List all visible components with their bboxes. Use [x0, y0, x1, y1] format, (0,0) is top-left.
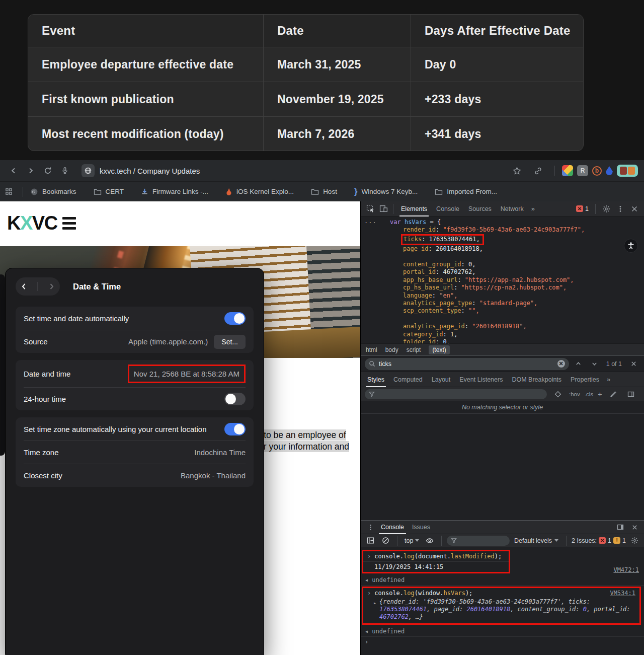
- console-command: › console.log(document.lastModified);: [363, 551, 509, 562]
- tab-sources[interactable]: Sources: [464, 201, 496, 216]
- hour24-toggle[interactable]: [224, 393, 246, 405]
- tab-layout[interactable]: Layout: [427, 372, 455, 387]
- microphone-icon[interactable]: [57, 163, 72, 178]
- search-icon: [369, 360, 375, 367]
- forward-button[interactable]: [23, 163, 38, 178]
- tab-styles[interactable]: Styles: [363, 372, 389, 387]
- set-source-button[interactable]: Set...: [214, 335, 246, 349]
- find-input[interactable]: ticks ✕: [365, 358, 569, 370]
- table-cell: November 19, 2025: [264, 82, 411, 117]
- tab-console[interactable]: Console: [432, 201, 464, 216]
- bookmark-star-icon[interactable]: [509, 163, 524, 178]
- filter-funnel-icon: [369, 391, 375, 397]
- reload-button[interactable]: [40, 163, 55, 178]
- styles-filter-input[interactable]: [365, 389, 547, 399]
- eye-live-expression-icon[interactable]: [423, 534, 436, 547]
- site-globe-icon[interactable]: [82, 164, 95, 177]
- settings-back-button[interactable]: [21, 283, 27, 290]
- drawer-tab-issues[interactable]: Issues: [408, 521, 434, 534]
- browser-profile-avatar[interactable]: [617, 165, 638, 177]
- copy-link-icon[interactable]: [530, 163, 545, 178]
- issues-counter[interactable]: 2 Issues: ✕1 !1: [572, 537, 626, 544]
- console-context-selector[interactable]: top: [403, 537, 421, 544]
- close-drawer-icon[interactable]: [628, 521, 641, 534]
- find-next-icon[interactable]: [588, 357, 601, 371]
- breadcrumb-html[interactable]: html: [366, 346, 377, 353]
- console-prompt[interactable]: ›: [361, 637, 644, 647]
- source-link-vm534[interactable]: VM534:1: [610, 589, 635, 597]
- bookmark-item-cert[interactable]: CERT: [94, 188, 124, 195]
- bookmark-item-host[interactable]: Host: [311, 188, 337, 195]
- avatar: [620, 167, 627, 175]
- palette-extension-icon[interactable]: [562, 165, 573, 176]
- clear-console-icon[interactable]: [379, 534, 392, 547]
- bookmark-item-firmware[interactable]: Firmware Links -...: [141, 188, 208, 195]
- device-toolbar-icon[interactable]: [377, 202, 390, 215]
- tab-properties[interactable]: Properties: [566, 372, 604, 387]
- devtools-panel: Elements Console Sources Network » ✕1: [360, 201, 644, 655]
- settings-forward-button[interactable]: [48, 283, 55, 290]
- toggle-sidebar-icon[interactable]: [624, 388, 637, 401]
- breadcrumb-script[interactable]: script: [407, 346, 421, 353]
- bookmark-label: Windows 7 Keyb...: [362, 188, 418, 195]
- new-style-rule-button[interactable]: +: [598, 390, 602, 398]
- more-style-tabs-icon[interactable]: »: [604, 376, 613, 383]
- clear-search-icon[interactable]: ✕: [557, 360, 565, 368]
- devtools-kebab-menu-icon[interactable]: [614, 202, 627, 215]
- download-icon: [141, 188, 148, 195]
- breadcrumb-text-node[interactable]: (text): [429, 345, 449, 354]
- droplet-extension-icon[interactable]: [606, 166, 613, 175]
- more-tabs-icon[interactable]: »: [528, 205, 538, 212]
- bookmark-item-ios-kernel[interactable]: iOS Kernel Explo...: [225, 188, 294, 196]
- accessibility-shortcut-icon[interactable]: [624, 239, 638, 253]
- drawer-tab-console[interactable]: Console: [377, 521, 408, 534]
- tab-dom-breakpoints[interactable]: DOM Breakpoints: [507, 372, 566, 387]
- console-object-preview[interactable]: ▸ {render_id: 'f9d39f30-5b69-43a6-ae63-2…: [363, 598, 639, 623]
- address-bar[interactable]: kxvc.tech / Company Updates: [100, 167, 200, 175]
- match-count: 1 of 1: [604, 360, 624, 368]
- folder-icon: [311, 188, 319, 195]
- drawer-kebab-menu-icon[interactable]: [364, 521, 377, 534]
- r-extension-icon[interactable]: R: [577, 165, 588, 176]
- expand-triangle-icon[interactable]: ▸: [373, 598, 376, 621]
- kxvc-logo[interactable]: KXVC: [7, 212, 76, 234]
- console-messages[interactable]: › console.log(document.lastModified); 11…: [361, 547, 644, 655]
- inspect-element-icon[interactable]: [364, 202, 377, 215]
- source-link-vm472[interactable]: VM472:1: [613, 566, 639, 573]
- bookmark-label: Host: [323, 188, 337, 195]
- tab-computed[interactable]: Computed: [389, 372, 427, 387]
- node-ellipsis[interactable]: ···: [364, 219, 377, 227]
- hamburger-menu-icon[interactable]: [62, 217, 76, 230]
- breadcrumb-body[interactable]: body: [385, 346, 398, 353]
- b-extension-icon[interactable]: b: [592, 166, 602, 176]
- tab-elements[interactable]: Elements: [396, 201, 432, 216]
- tab-event-listeners[interactable]: Event Listeners: [455, 372, 507, 387]
- elements-source-view[interactable]: ··· var hsVars = { render_id: "f9d39f30-…: [361, 216, 644, 343]
- set-auto-toggle[interactable]: [224, 312, 246, 325]
- toggle-hover-state[interactable]: :hov: [569, 391, 580, 397]
- console-sidebar-icon[interactable]: [364, 534, 377, 547]
- close-find-icon[interactable]: [627, 357, 640, 371]
- devtools-close-icon[interactable]: [628, 202, 641, 215]
- browser-chrome: kxvc.tech / Company Updates R b: [0, 160, 644, 201]
- bookmark-item-imported[interactable]: Imported From...: [435, 188, 497, 195]
- devtools-settings-gear-icon[interactable]: [600, 202, 613, 215]
- element-states-icon[interactable]: [551, 388, 565, 401]
- tz-auto-toggle[interactable]: [224, 423, 246, 435]
- error-count-badge[interactable]: ✕1: [574, 205, 591, 212]
- find-previous-icon[interactable]: [572, 357, 585, 371]
- apps-grid-icon[interactable]: [5, 188, 13, 195]
- console-toolbar: top Default levels 2 Issues: ✕1 !1: [361, 534, 644, 547]
- console-filter-input[interactable]: [447, 536, 510, 546]
- console-settings-gear-icon[interactable]: [628, 534, 641, 547]
- tab-network[interactable]: Network: [496, 201, 528, 216]
- dock-drawer-icon[interactable]: [614, 521, 627, 534]
- rendering-brush-icon[interactable]: [607, 388, 620, 401]
- bookmark-item-windows7[interactable]: } Windows 7 Keyb...: [354, 187, 418, 197]
- toggle-class[interactable]: .cls: [585, 391, 593, 397]
- log-levels-dropdown[interactable]: Default levels: [512, 537, 561, 544]
- bookmark-item-bookmarks[interactable]: Bookmarks: [30, 188, 76, 196]
- bookmarks-icon: [30, 188, 38, 196]
- back-button[interactable]: [6, 163, 21, 178]
- column-header-date: Date: [264, 15, 411, 47]
